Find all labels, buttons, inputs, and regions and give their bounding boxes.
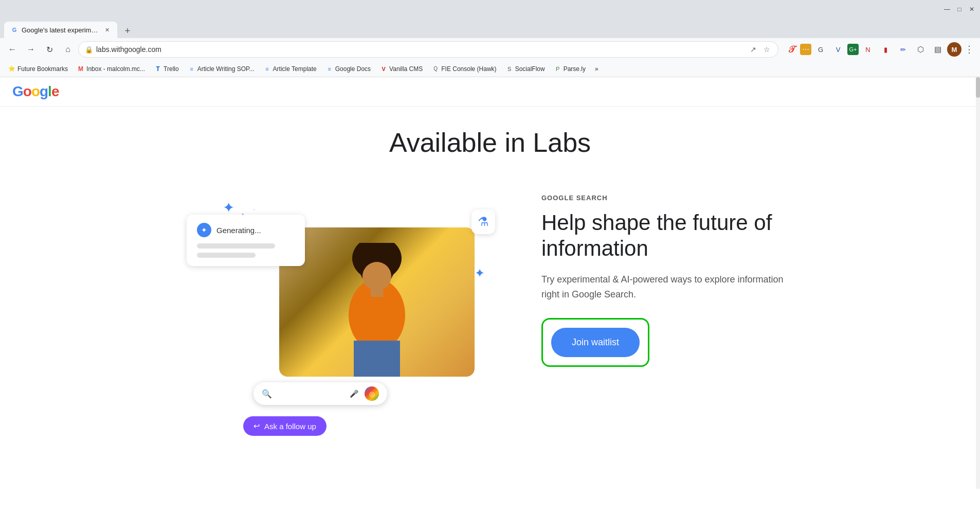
more-menu-button[interactable]: ⋮ (963, 42, 976, 57)
card-title: Help shape the future of information (541, 210, 798, 262)
ask-follow-up-button[interactable]: ↩ Ask a follow up (243, 416, 326, 436)
toolbar-ext4[interactable]: G+ (847, 44, 859, 55)
extensions-mgr-button[interactable]: ⬡ (912, 41, 929, 58)
new-tab-button[interactable]: + (120, 24, 135, 38)
toolbar-ext7[interactable]: ✏ (895, 41, 911, 58)
user-avatar[interactable]: M (947, 42, 961, 57)
minimize-button[interactable]: — (943, 5, 951, 13)
lens-search-icon[interactable]: ◎ (365, 386, 379, 401)
card-description: Try experimental & AI-powered ways to ex… (541, 272, 798, 302)
main-content: Available in Labs ✦ ✦ · ✦ · · ✦ Generati… (0, 107, 980, 410)
labs-beaker-overlay: ⚗ (471, 209, 495, 234)
woman-photo (279, 227, 475, 377)
bookmark-label: Article Writing SOP... (197, 65, 255, 73)
tabs-bar: G Google's latest experiments in La ✕ + (0, 19, 980, 38)
bookmark-future[interactable]: ⭐ Future Bookmarks (4, 64, 72, 74)
search-overlay: 🔍 🎤 ◎ (253, 382, 387, 405)
bookmark-star-icon[interactable]: ☆ (761, 44, 772, 55)
toolbar-ext3[interactable]: V (830, 41, 846, 58)
scrollbar-thumb[interactable] (976, 77, 980, 98)
bookmark-label: Article Template (273, 65, 317, 73)
join-waitlist-wrapper: Join waitlist (541, 318, 649, 367)
illustration-card: ✦ ✦ · ✦ · · ✦ Generating... (182, 184, 500, 390)
generating-card: ✦ Generating... (187, 215, 305, 266)
google-logo: Google (12, 83, 59, 100)
side-panel-button[interactable]: ▤ (930, 41, 946, 58)
bookmark-label: Inbox - malcolm.mc... (86, 65, 145, 73)
bookmark-trello[interactable]: T Trello (150, 64, 183, 74)
bookmark-label: Vanilla CMS (389, 65, 423, 73)
window-controls: — □ ✕ (943, 5, 976, 13)
toolbar-ext1[interactable]: ⋯ (800, 44, 811, 55)
voice-search-icon[interactable]: 🎤 (350, 390, 358, 398)
bookmark-fie-console[interactable]: Q FIE Console (Hawk) (428, 64, 500, 74)
scrollbar-track (976, 77, 980, 489)
tab-close-button[interactable]: ✕ (103, 26, 111, 34)
bookmark-article-writing[interactable]: ≡ Article Writing SOP... (184, 64, 259, 74)
page-title: Available in Labs (389, 127, 591, 158)
toolbar-ext2[interactable]: G (812, 41, 829, 58)
bookmark-favicon: T (154, 65, 161, 73)
bookmark-favicon: S (506, 65, 513, 73)
bookmark-label: FIE Console (Hawk) (441, 65, 496, 73)
bookmark-article-template[interactable]: ≡ Article Template (260, 64, 321, 74)
bookmark-label: Google Docs (335, 65, 371, 73)
sparkle-dot2-icon: · (492, 276, 493, 281)
follow-up-arrow-icon: ↩ (253, 421, 260, 431)
bookmark-inbox[interactable]: M Inbox - malcolm.mc... (73, 64, 149, 74)
bookmark-favicon: P (554, 65, 561, 73)
address-icons: ↗ ☆ (748, 44, 772, 55)
bookmark-label: SocialFlow (515, 65, 545, 73)
bookmark-favicon: Q (432, 65, 439, 73)
card-category: GOOGLE SEARCH (541, 194, 798, 202)
bookmark-favicon: ≡ (326, 65, 333, 73)
generating-header: ✦ Generating... (197, 223, 295, 237)
toolbar-ext5[interactable]: N (860, 41, 876, 58)
bookmark-label: Future Bookmarks (17, 65, 68, 73)
home-button[interactable]: ⌂ (60, 41, 76, 58)
cards-section: ✦ ✦ · ✦ · · ✦ Generating... (182, 184, 798, 390)
bookmarks-bar: ⭐ Future Bookmarks M Inbox - malcolm.mc.… (0, 61, 980, 77)
svg-rect-5 (354, 341, 400, 377)
active-tab[interactable]: G Google's latest experiments in La ✕ (4, 22, 117, 38)
bookmarks-more-button[interactable]: » (591, 64, 603, 74)
right-card: GOOGLE SEARCH Help shape the future of i… (541, 184, 798, 367)
sparkle-small2-icon: · (253, 207, 255, 213)
search-icon: 🔍 (262, 389, 272, 399)
bookmark-google-docs[interactable]: ≡ Google Docs (322, 64, 375, 74)
page-header: Google (0, 77, 980, 107)
refresh-button[interactable]: ↻ (41, 41, 58, 58)
back-button[interactable]: ← (4, 41, 21, 58)
toolbar-ext6[interactable]: ▮ (877, 41, 894, 58)
sparkle-medium-icon: ✦ (475, 266, 485, 280)
maximize-button[interactable]: □ (955, 5, 964, 13)
bookmark-parsely[interactable]: P Parse.ly (550, 64, 590, 74)
gen-bar-2 (197, 253, 256, 258)
svg-point-4 (362, 262, 391, 291)
address-text: labs.withgoogle.com (96, 45, 745, 54)
nav-bar: ← → ↻ ⌂ 🔒 labs.withgoogle.com ↗ ☆ 𝒯 ⋯ G … (0, 38, 980, 61)
gen-bar-1 (197, 243, 275, 249)
extensions-button[interactable]: 𝒯 (783, 41, 799, 58)
bookmark-favicon: ≡ (188, 65, 195, 73)
bookmark-vanilla-cms[interactable]: V Vanilla CMS (376, 64, 427, 74)
woman-silhouette-icon (325, 243, 428, 377)
ai-icon: ✦ (197, 223, 211, 237)
follow-up-label: Ask a follow up (264, 422, 316, 431)
google-favicon: G (10, 26, 19, 34)
share-icon[interactable]: ↗ (748, 44, 758, 55)
bookmark-favicon: ≡ (264, 65, 271, 73)
join-waitlist-button[interactable]: Join waitlist (551, 328, 640, 357)
bookmark-socialflow[interactable]: S SocialFlow (502, 64, 549, 74)
close-button[interactable]: ✕ (968, 5, 976, 13)
forward-button[interactable]: → (23, 41, 39, 58)
tab-label: Google's latest experiments in La (22, 26, 100, 34)
address-bar[interactable]: 🔒 labs.withgoogle.com ↗ ☆ (78, 41, 778, 58)
tab-favicon: G (10, 26, 19, 34)
generating-text: Generating... (216, 226, 261, 235)
browser-chrome: — □ ✕ G Google's latest experiments in L… (0, 0, 980, 77)
bookmark-favicon: M (77, 65, 84, 73)
bookmark-label: Trello (164, 65, 179, 73)
beaker-icon: ⚗ (478, 215, 489, 229)
title-bar: — □ ✕ (0, 0, 980, 19)
